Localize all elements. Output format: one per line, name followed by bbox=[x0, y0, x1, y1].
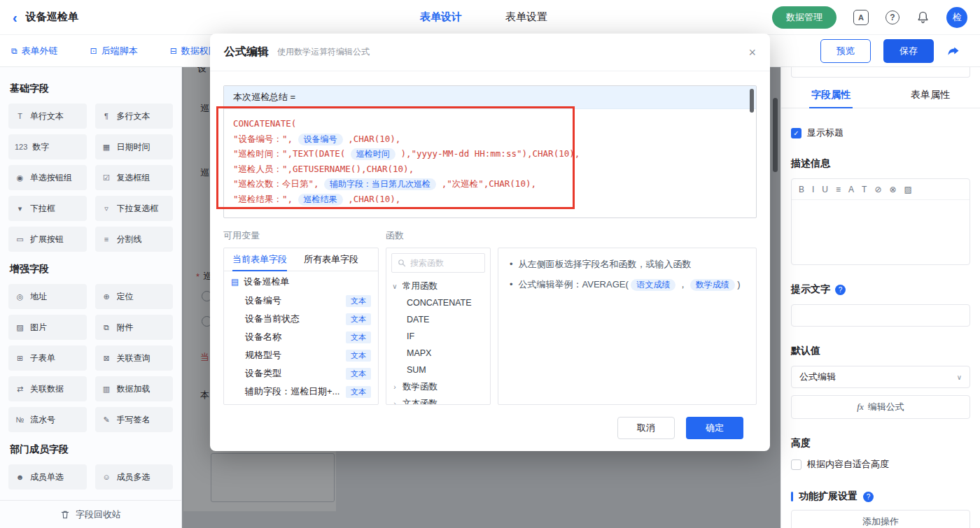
help-example-prefix: 公式编辑举例：AVERAGE( bbox=[519, 279, 629, 290]
confirm-button[interactable]: 确定 bbox=[686, 417, 743, 439]
toolbar-link[interactable]: ⊡后端脚本 bbox=[90, 45, 138, 57]
sidebar-item[interactable]: ⊕定位 bbox=[95, 284, 174, 309]
sidebar-item[interactable]: ▨图片 bbox=[8, 315, 87, 340]
sidebar-item[interactable]: ¶多行文本 bbox=[95, 104, 174, 129]
function-item[interactable]: DATE bbox=[391, 311, 485, 328]
tab-form-design[interactable]: 表单设计 bbox=[420, 10, 462, 24]
function-group[interactable]: ›文本函数 bbox=[391, 395, 485, 405]
sidebar-item[interactable]: ▥数据加载 bbox=[95, 376, 174, 401]
properties-tabs: 字段属性 表单属性 bbox=[781, 82, 980, 108]
sidebar-item[interactable]: №流水号 bbox=[8, 407, 87, 432]
close-icon[interactable]: × bbox=[748, 46, 756, 59]
sidebar-item-label: 扩展按钮 bbox=[30, 234, 64, 245]
data-manage-button[interactable]: 数据管理 bbox=[772, 6, 836, 29]
sidebar-item[interactable]: ◎地址 bbox=[8, 284, 87, 309]
formula-content-area[interactable]: CONCATENATE("设备编号：", 设备编号 ,CHAR(10),"巡检时… bbox=[224, 109, 756, 217]
formula-field-pill[interactable]: 辅助字段：当日第几次巡检 bbox=[324, 178, 436, 190]
sidebar-item-label: 下拉复选框 bbox=[117, 203, 159, 215]
sidebar-item[interactable]: ▦日期时间 bbox=[95, 134, 174, 159]
sidebar-item[interactable]: ⧉附件 bbox=[95, 315, 174, 340]
function-item[interactable]: SUM bbox=[391, 362, 485, 378]
cancel-button[interactable]: 取消 bbox=[617, 417, 675, 439]
auto-height-checkbox[interactable] bbox=[791, 459, 802, 470]
sidebar-item[interactable]: ◉单选按钮组 bbox=[8, 165, 87, 190]
field-recycle-bin[interactable]: 字段回收站 bbox=[0, 500, 181, 528]
sidebar-item[interactable]: ≡分割线 bbox=[95, 227, 174, 252]
sidebar-item-label: 子表单 bbox=[30, 352, 55, 364]
formula-field-pill[interactable]: 设备编号 bbox=[298, 134, 343, 145]
notification-bell-icon[interactable] bbox=[916, 10, 930, 24]
sidebar-item-label: 下拉框 bbox=[30, 203, 55, 215]
description-editor-body[interactable] bbox=[792, 200, 969, 264]
data-permission-icon: ⊟ bbox=[170, 46, 177, 56]
function-item[interactable]: CONCATENATE bbox=[391, 294, 485, 311]
scrolled-input-remnant bbox=[791, 67, 970, 78]
function-search-input[interactable]: 搜索函数 bbox=[391, 253, 485, 273]
tab-all-form-fields[interactable]: 所有表单字段 bbox=[295, 248, 367, 271]
variable-row[interactable]: 设备类型文本 bbox=[224, 364, 378, 383]
unlink-icon[interactable]: ⊗ bbox=[889, 185, 896, 194]
sidebar-item[interactable]: ▿下拉复选框 bbox=[95, 196, 174, 221]
variable-row[interactable]: 辅助字段：巡检日期+...文本 bbox=[224, 383, 378, 401]
tab-field-properties[interactable]: 字段属性 bbox=[781, 82, 881, 108]
insert-image-icon[interactable]: ▨ bbox=[904, 185, 912, 194]
variable-type-tag: 文本 bbox=[346, 313, 371, 325]
font-size-icon[interactable]: T bbox=[862, 185, 867, 194]
sidebar-item[interactable]: ☑复选框组 bbox=[95, 165, 174, 190]
hint-help-icon[interactable]: ? bbox=[835, 285, 846, 295]
edit-formula-button[interactable]: fx 编辑公式 bbox=[791, 395, 970, 419]
function-item[interactable]: IF bbox=[391, 328, 485, 345]
function-group[interactable]: ∨常用函数 bbox=[391, 278, 485, 294]
language-icon[interactable]: A bbox=[853, 10, 869, 25]
function-item[interactable]: MAPX bbox=[391, 345, 485, 362]
sidebar-item[interactable]: ▾下拉框 bbox=[8, 196, 87, 221]
variable-row[interactable]: 设备当前状态文本 bbox=[224, 310, 378, 328]
formula-field-pill[interactable]: 巡检时间 bbox=[351, 148, 396, 160]
sidebar-item[interactable]: ✎手写签名 bbox=[95, 407, 174, 432]
link-icon[interactable]: ⊘ bbox=[874, 185, 881, 194]
tab-current-form-fields[interactable]: 当前表单字段 bbox=[224, 248, 295, 271]
extension-help-icon[interactable]: ? bbox=[863, 492, 874, 502]
help-icon[interactable]: ? bbox=[886, 10, 899, 24]
chevron-down-icon: ∨ bbox=[391, 283, 398, 290]
sidebar-item[interactable]: ⊠关联查询 bbox=[95, 345, 174, 371]
save-button[interactable]: 保存 bbox=[883, 39, 934, 63]
preview-button[interactable]: 预览 bbox=[820, 39, 871, 63]
toolbar-link[interactable]: ⧉表单外链 bbox=[11, 45, 58, 57]
variable-row[interactable]: 设备名称文本 bbox=[224, 328, 378, 346]
sidebar-item[interactable]: ⊞子表单 bbox=[8, 345, 87, 371]
hint-text-input[interactable] bbox=[791, 304, 970, 327]
variable-row[interactable]: 规格型号文本 bbox=[224, 346, 378, 364]
tab-form-properties[interactable]: 表单属性 bbox=[881, 82, 980, 108]
formula-code: ,CHAR(10), bbox=[343, 134, 401, 144]
variable-row[interactable]: 设备编号文本 bbox=[224, 292, 378, 310]
formula-editor-scrollbar[interactable] bbox=[750, 89, 754, 113]
sidebar-item[interactable]: ☻成员单选 bbox=[8, 464, 87, 490]
sidebar-item[interactable]: 123数字 bbox=[8, 134, 87, 159]
default-value-select[interactable]: 公式编辑 bbox=[791, 366, 970, 388]
tab-form-settings[interactable]: 表单设置 bbox=[505, 10, 547, 24]
formula-edit-modal: 公式编辑 使用数学运算符编辑公式 × 本次巡检总结 = CONCATENATE(… bbox=[210, 34, 770, 451]
show-title-checkbox[interactable] bbox=[791, 128, 802, 138]
italic-icon[interactable]: I bbox=[812, 185, 814, 194]
align-icon[interactable]: ≡ bbox=[836, 185, 841, 194]
share-icon[interactable] bbox=[946, 44, 960, 58]
underline-icon[interactable]: U bbox=[822, 185, 828, 194]
font-color-icon[interactable]: A bbox=[848, 185, 854, 194]
modal-body: 本次巡检总结 = CONCATENATE("设备编号：", 设备编号 ,CHAR… bbox=[210, 71, 770, 451]
formula-field-pill[interactable]: 巡检结果 bbox=[298, 194, 343, 206]
sidebar-item[interactable]: ☺成员多选 bbox=[95, 464, 174, 490]
canvas-scrollbar[interactable] bbox=[773, 98, 778, 172]
function-group[interactable]: ›数学函数 bbox=[391, 378, 485, 395]
properties-panel: 字段属性 表单属性 显示标题 描述信息 BIU≡AT⊘⊗▨ 提示文字 ? 默认值… bbox=[780, 67, 980, 528]
formula-editor[interactable]: 本次巡检总结 = CONCATENATE("设备编号：", 设备编号 ,CHAR… bbox=[223, 85, 757, 218]
sidebar-item[interactable]: T单行文本 bbox=[8, 104, 87, 129]
bold-icon[interactable]: B bbox=[799, 185, 804, 194]
sidebar-item[interactable]: ▭扩展按钮 bbox=[8, 227, 87, 252]
function-group-label: 数学函数 bbox=[402, 381, 438, 393]
back-icon[interactable]: ‹ bbox=[13, 10, 18, 24]
sidebar-item[interactable]: ⇄关联数据 bbox=[8, 376, 87, 401]
user-avatar[interactable]: 检 bbox=[946, 7, 967, 28]
add-operation-button[interactable]: 添加操作 bbox=[791, 510, 970, 528]
variables-tree-root[interactable]: ▤ 设备巡检单 bbox=[224, 271, 378, 292]
